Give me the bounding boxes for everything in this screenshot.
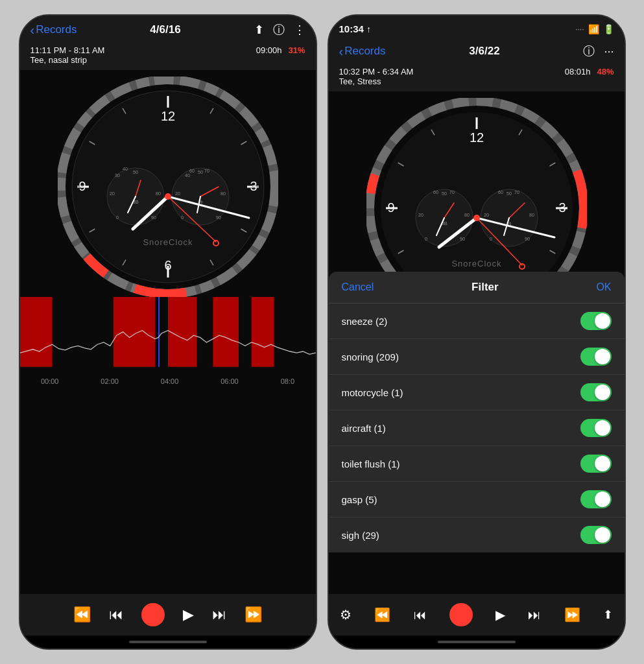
phones-container: ‹ Records 4/6/16 ⬆ ⓘ ⋮ 11:11 PM - 8:11 A… (19, 14, 626, 650)
play-button[interactable]: ▶ (183, 606, 194, 623)
prev-button-2[interactable]: ⏮ (414, 608, 427, 622)
battery-icon: 🔋 (603, 24, 614, 34)
phone1-info-left: 11:11 PM - 8:11 AM Tee, nasal strip (30, 45, 105, 65)
filter-toggle-sneeze[interactable] (580, 312, 612, 330)
time-label-4: 04:00 (161, 377, 179, 385)
filter-label-snoring: snoring (209) (342, 351, 399, 362)
status-left: 10:34 ↑ (339, 23, 371, 34)
phone-1: ‹ Records 4/6/16 ⬆ ⓘ ⋮ 11:11 PM - 8:11 A… (19, 14, 317, 650)
svg-text:50: 50 (442, 191, 447, 196)
share-button-2[interactable]: ⬆ (603, 608, 613, 622)
svg-rect-56 (213, 297, 239, 367)
svg-point-104 (473, 215, 480, 221)
phone1-back-button[interactable]: ‹ Records (30, 23, 77, 38)
svg-text:SnoreClock: SnoreClock (143, 237, 193, 247)
phone1-title: 4/6/16 (150, 23, 180, 36)
phone1-info-right: 09:00h 31% (256, 45, 305, 55)
svg-text:50: 50 (133, 170, 138, 174)
svg-point-50 (165, 193, 171, 200)
phone1-info-bar: 11:11 PM - 8:11 AM Tee, nasal strip 09:0… (20, 43, 316, 70)
next-button[interactable]: ⏭ (212, 606, 226, 623)
rewind-button[interactable]: ⏪ (73, 606, 91, 623)
svg-text:60: 60 (433, 190, 438, 195)
svg-text:9: 9 (387, 200, 394, 215)
svg-text:20: 20 (418, 213, 423, 217)
phone2-back-button[interactable]: ‹ Records (339, 44, 386, 59)
filter-label-aircraft: aircraft (1) (342, 423, 386, 434)
phone2-title: 3/6/22 (469, 45, 499, 58)
record-button-2[interactable] (449, 603, 473, 626)
svg-text:80: 80 (464, 213, 470, 217)
svg-text:50: 50 (507, 191, 512, 196)
chevron-left-icon: ‹ (30, 23, 35, 38)
phone1-waveform[interactable]: 00:00 02:00 04:00 06:00 08:0 (20, 297, 316, 388)
filter-header: Cancel Filter OK (329, 272, 625, 303)
filter-toggle-sigh[interactable] (580, 526, 612, 544)
rewind-button-2[interactable]: ⏪ (374, 607, 390, 622)
info-icon-2[interactable]: ⓘ (583, 43, 595, 59)
svg-text:12: 12 (469, 130, 483, 145)
next-button-2[interactable]: ⏭ (528, 608, 541, 622)
location-icon: ↑ (366, 24, 371, 34)
filter-toggle-toilet[interactable] (580, 455, 612, 473)
phone2-status-bar: 10:34 ↑ ···· 📶 🔋 (329, 16, 625, 37)
svg-text:0: 0 (425, 237, 427, 241)
svg-text:3: 3 (250, 179, 257, 193)
phone-2: 10:34 ↑ ···· 📶 🔋 ‹ Records 3/6/22 ⓘ ··· (328, 14, 626, 650)
phone1-duration: 09:00h (256, 45, 282, 55)
svg-text:80: 80 (156, 191, 161, 196)
settings-button[interactable]: ⚙ (340, 607, 352, 622)
time-label-6: 06:00 (221, 377, 239, 385)
prev-button[interactable]: ⏮ (109, 606, 123, 623)
phone2-duration: 08:01h (565, 67, 591, 77)
phone1-header: ‹ Records 4/6/16 ⬆ ⓘ ⋮ (20, 16, 316, 43)
phone1-back-label: Records (36, 23, 77, 36)
phone2-controls: ⚙ ⏪ ⏮ ▶ ⏭ ⏩ ⬆ (329, 594, 625, 635)
filter-toggle-motorcycle[interactable] (580, 383, 612, 401)
svg-text:6: 6 (164, 258, 171, 272)
phone2-header: ‹ Records 3/6/22 ⓘ ··· (329, 37, 625, 64)
play-button-2[interactable]: ▶ (495, 607, 505, 622)
filter-ok-button[interactable]: OK (596, 281, 611, 293)
phone1-snore-pct: 31% (288, 45, 305, 55)
svg-text:20: 20 (175, 191, 180, 196)
record-button[interactable] (141, 603, 165, 626)
phone1-clock-area: 12 3 6 9 dB 50 80 90 0 20 30 40 (20, 70, 316, 594)
filter-item-toilet: toilet flush (1) (329, 446, 625, 482)
svg-text:0: 0 (116, 215, 119, 220)
filter-toggle-snoring[interactable] (580, 348, 612, 366)
filter-cancel-button[interactable]: Cancel (342, 281, 374, 293)
filter-label-toilet: toilet flush (1) (342, 458, 400, 469)
filter-toggle-aircraft[interactable] (580, 419, 612, 437)
svg-text:80: 80 (221, 191, 226, 196)
phone2-subtitle: Tee, Stress (339, 77, 414, 86)
more-icon[interactable]: ⋮ (294, 23, 305, 37)
svg-text:40: 40 (185, 173, 190, 178)
svg-text:60: 60 (498, 190, 503, 195)
filter-panel: Cancel Filter OK sneeze (2) snoring (209… (329, 272, 625, 552)
signal-dots-icon: ···· (575, 25, 584, 34)
filter-toggle-gasp[interactable] (580, 490, 612, 508)
phone1-clock-svg: 12 3 6 9 dB 50 80 90 0 20 30 40 (58, 77, 278, 297)
home-bar-2 (438, 641, 516, 643)
svg-text:90: 90 (216, 215, 221, 220)
filter-label-sigh: sigh (29) (342, 530, 379, 541)
svg-text:SnoreClock: SnoreClock (451, 259, 501, 268)
home-bar (129, 641, 207, 643)
svg-text:0: 0 (490, 237, 492, 241)
phone2-info-bar: 10:32 PM - 6:34 AM Tee, Stress 08:01h 48… (329, 64, 625, 91)
share-icon[interactable]: ⬆ (254, 23, 264, 37)
fast-forward-button[interactable]: ⏩ (244, 606, 262, 623)
time-label-0: 00:00 (41, 377, 59, 385)
wifi-icon: 📶 (588, 24, 599, 34)
svg-text:20: 20 (110, 191, 115, 196)
phone1-header-icons: ⬆ ⓘ ⋮ (254, 22, 305, 38)
phone1-home-indicator (20, 635, 316, 648)
info-icon[interactable]: ⓘ (273, 22, 285, 38)
svg-rect-53 (20, 297, 53, 367)
svg-text:40: 40 (123, 167, 128, 171)
fast-forward-button-2[interactable]: ⏩ (564, 607, 580, 622)
svg-text:20: 20 (484, 213, 489, 217)
more-icon-2[interactable]: ··· (604, 45, 614, 58)
svg-rect-54 (113, 297, 154, 367)
